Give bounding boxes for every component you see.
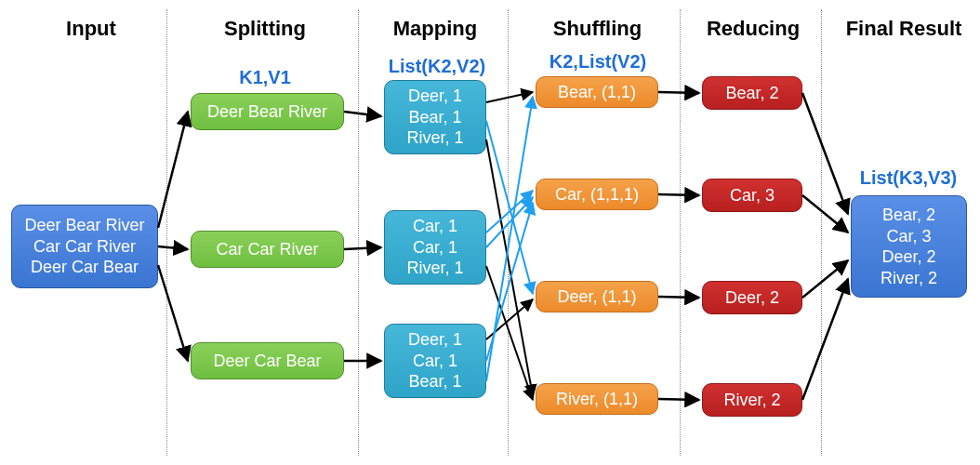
map-line: River, 1 [391, 258, 480, 279]
stage-header-reducing: Reducing [688, 17, 818, 41]
svg-line-19 [802, 93, 848, 214]
svg-line-12 [486, 299, 533, 339]
stage-header-input: Input [21, 17, 161, 41]
subheader-listk2v2: List(K2,V2) [381, 56, 493, 77]
subheader-k1v1: K1,V1 [219, 67, 311, 88]
reduce-node: River, 2 [702, 383, 802, 417]
reduce-node: Car, 3 [702, 179, 802, 212]
map-line: Car, 1 [391, 216, 480, 237]
reduce-text: Bear, 2 [709, 83, 796, 104]
final-line: Bear, 2 [857, 205, 960, 226]
svg-line-17 [658, 297, 699, 298]
reduce-node: Bear, 2 [702, 76, 802, 110]
svg-line-20 [802, 195, 848, 232]
split-node: Deer Car Bear [191, 342, 344, 379]
stage-header-final: Final Result [830, 17, 977, 41]
final-line: Deer, 2 [857, 246, 960, 268]
map-line: Bear, 1 [391, 371, 480, 392]
map-line: Car, 1 [391, 237, 480, 259]
input-line: Deer Car Bear [18, 257, 152, 278]
input-line: Car Car River [18, 236, 152, 258]
map-line: Deer, 1 [391, 329, 480, 351]
split-text: Car Car River [197, 239, 338, 260]
shuffle-node: Car, (1,1,1) [536, 179, 658, 210]
svg-line-22 [802, 279, 848, 400]
shuffle-text: Deer, (1,1) [542, 286, 652, 308]
stage-header-splitting: Splitting [186, 17, 344, 41]
reduce-text: Deer, 2 [709, 287, 796, 309]
shuffle-node: River, (1,1) [536, 383, 658, 415]
reduce-text: Car, 3 [709, 185, 796, 206]
map-line: River, 1 [391, 127, 480, 149]
map-node: Deer, 1 Car, 1 Bear, 1 [384, 324, 486, 398]
split-text: Deer Bear River [197, 101, 338, 123]
split-text: Deer Car Bear [197, 351, 338, 372]
svg-line-2 [158, 265, 188, 361]
svg-line-4 [344, 247, 381, 249]
map-line: Deer, 1 [391, 86, 480, 107]
final-node: Bear, 2 Car, 3 Deer, 2 River, 2 [851, 195, 967, 298]
svg-line-10 [486, 197, 533, 247]
map-node: Deer, 1 Bear, 1 River, 1 [384, 80, 486, 154]
reduce-node: Deer, 2 [702, 281, 802, 314]
svg-line-11 [486, 266, 533, 400]
svg-line-8 [486, 140, 533, 396]
svg-line-14 [486, 97, 533, 381]
reduce-text: River, 2 [709, 390, 796, 411]
subheader-k2listv2: K2,List(V2) [537, 51, 658, 73]
svg-line-13 [486, 203, 533, 361]
svg-line-15 [658, 92, 699, 93]
stage-header-shuffling: Shuffling [521, 17, 674, 41]
map-node: Car, 1 Car, 1 River, 1 [384, 210, 486, 285]
svg-line-7 [486, 121, 533, 294]
svg-line-9 [486, 191, 533, 232]
svg-line-0 [158, 112, 188, 228]
shuffle-text: Bear, (1,1) [542, 82, 652, 103]
input-line: Deer Bear River [18, 215, 152, 236]
final-line: Car, 3 [857, 226, 960, 247]
map-line: Bear, 1 [391, 107, 480, 128]
svg-line-21 [802, 260, 848, 298]
svg-line-18 [658, 399, 699, 400]
split-node: Car Car River [191, 231, 344, 268]
shuffle-text: River, (1,1) [542, 389, 652, 410]
subheader-listk3v3: List(K3,V3) [853, 167, 964, 189]
shuffle-node: Deer, (1,1) [536, 281, 658, 312]
stage-header-mapping: Mapping [365, 17, 505, 41]
svg-line-3 [344, 112, 381, 116]
svg-line-1 [158, 246, 188, 249]
final-line: River, 2 [857, 268, 960, 289]
split-node: Deer Bear River [191, 93, 344, 130]
svg-line-6 [486, 92, 533, 102]
map-line: Car, 1 [391, 351, 480, 372]
shuffle-text: Car, (1,1,1) [542, 184, 652, 206]
svg-line-16 [658, 194, 699, 195]
shuffle-node: Bear, (1,1) [536, 76, 658, 108]
input-node: Deer Bear River Car Car River Deer Car B… [11, 205, 158, 288]
